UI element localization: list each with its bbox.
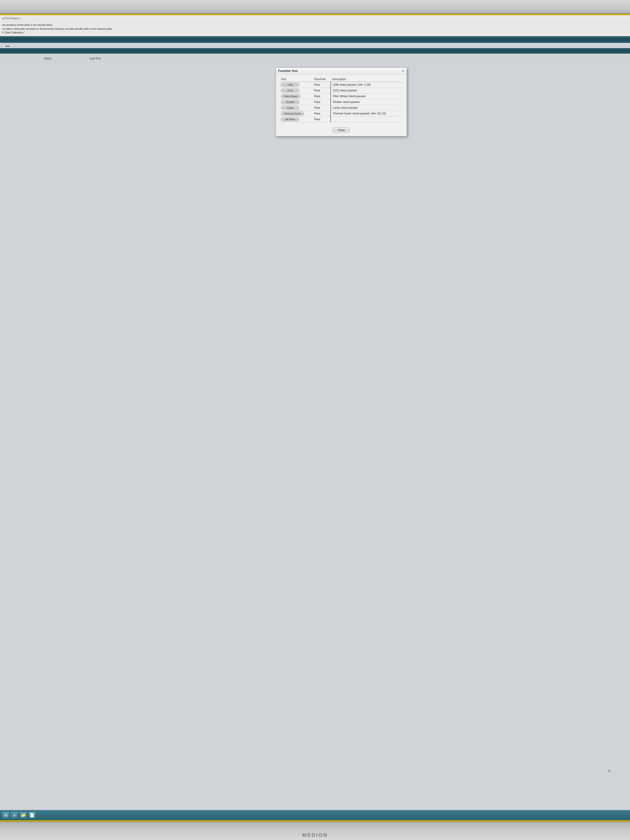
screen: 🖨 Print Report... the positions of the w… xyxy=(0,14,630,821)
description-cell: Shutter check passed. xyxy=(331,99,403,105)
main-content: Status Last Run Function Test × Test xyxy=(0,54,630,810)
dialog-titlebar: Function Test × xyxy=(276,68,407,74)
pass-fail-cell: Pass xyxy=(313,111,331,116)
col-header-status: Status xyxy=(44,57,90,60)
description-cell: Filter Wheel check passed. xyxy=(331,93,403,99)
test-btn-all-tests[interactable]: All Tests xyxy=(281,117,299,122)
description-cell: USB check passed. (Ver: 2.19) xyxy=(331,82,403,87)
monitor-top-bezel xyxy=(0,0,630,14)
test-btn-ccd[interactable]: CCD xyxy=(281,88,299,93)
taskbar-browser-button[interactable]: e xyxy=(11,812,19,819)
taskbar-start-button[interactable]: ⊞ xyxy=(2,812,9,819)
test-btn-filter-wheel[interactable]: Filter Wheel xyxy=(281,94,300,98)
dialog-title: Function Test xyxy=(278,69,297,73)
test-btn-usb[interactable]: USB xyxy=(281,83,299,87)
pass-fail-cell: Pass xyxy=(313,116,331,122)
function-test-table: Test Pass/Fail Description USBPassUSB ch… xyxy=(279,77,403,122)
teal-bar-top xyxy=(0,36,630,43)
print-icon: 🖨 xyxy=(2,17,5,20)
description-cell: Thermal Cycler check passed. (Ver: G2.10… xyxy=(331,111,403,116)
pass-fail-cell: Pass xyxy=(313,93,331,99)
monitor-bottom-bezel: MEDION xyxy=(0,821,630,840)
pass-fail-cell: Pass xyxy=(313,105,331,111)
pass-fail-cell: Pass xyxy=(313,99,331,105)
table-row: LampPassLamp check passed. xyxy=(279,105,403,111)
th-pass-fail: Pass/Fail xyxy=(313,77,331,82)
pass-fail-cell: Pass xyxy=(313,87,331,93)
function-test-dialog: Function Test × Test Pass/Fail Descripti… xyxy=(276,68,407,136)
pass-fail-cell: Pass xyxy=(313,82,331,87)
tab-tion[interactable]: tion xyxy=(2,44,13,48)
description-area: the positions of the wells in the sample… xyxy=(0,22,630,36)
dialog-footer: Close xyxy=(276,125,407,136)
dialog-overlay: Function Test × Test Pass/Fail Descripti… xyxy=(276,68,407,136)
tab-partial-label: tion xyxy=(5,45,10,47)
taskbar: ⊞ e 📁 📄 xyxy=(0,810,630,820)
table-row: USBPassUSB check passed. (Ver: 2.19) xyxy=(279,82,403,87)
description-cell xyxy=(331,116,403,122)
description-cell: CCD check passed. xyxy=(331,87,403,93)
desc-line1: the positions of the wells in the sample… xyxy=(2,23,628,27)
taskbar-folder-button[interactable]: 📁 xyxy=(19,812,27,819)
print-report-label: Print Report... xyxy=(5,17,22,20)
table-row: All TestsPass xyxy=(279,116,403,122)
desc-line2: on data to associate increases in fluore… xyxy=(2,27,628,31)
col-header-lastrun: Last Run xyxy=(90,57,124,60)
print-report-link[interactable]: Print Report... xyxy=(5,17,22,20)
menu-bar: 🖨 Print Report... xyxy=(0,15,630,22)
table-row: Thermal CyclerPassThermal Cycler check p… xyxy=(279,111,403,116)
column-headers: Status Last Run xyxy=(2,56,628,61)
tab-area: tion xyxy=(0,43,630,48)
th-test: Test xyxy=(279,77,313,82)
table-row: ShutterPassShutter check passed. xyxy=(279,99,403,105)
dialog-body: Test Pass/Fail Description USBPassUSB ch… xyxy=(276,74,407,125)
teal-bar-bottom xyxy=(0,48,630,54)
mouse-cursor: ↖ xyxy=(608,769,611,773)
test-btn-shutter[interactable]: Shutter xyxy=(281,100,299,104)
close-button[interactable]: Close xyxy=(333,127,350,133)
taskbar-notepad-button[interactable]: 📄 xyxy=(28,812,36,819)
table-row: CCDPassCCD check passed. xyxy=(279,87,403,93)
yellow-accent-bar-bottom xyxy=(0,820,630,821)
th-description: Description xyxy=(331,77,403,82)
description-cell: Lamp check passed. xyxy=(331,105,403,111)
brand-label: MEDION xyxy=(302,832,328,838)
table-row: Filter WheelPassFilter Wheel check passe… xyxy=(279,93,403,99)
test-btn-lamp[interactable]: Lamp xyxy=(281,106,299,110)
dialog-close-button[interactable]: × xyxy=(401,69,404,73)
test-btn-thermal-cycler[interactable]: Thermal Cycler xyxy=(281,111,304,115)
desc-line3: k "Start Calibration." xyxy=(2,31,628,35)
